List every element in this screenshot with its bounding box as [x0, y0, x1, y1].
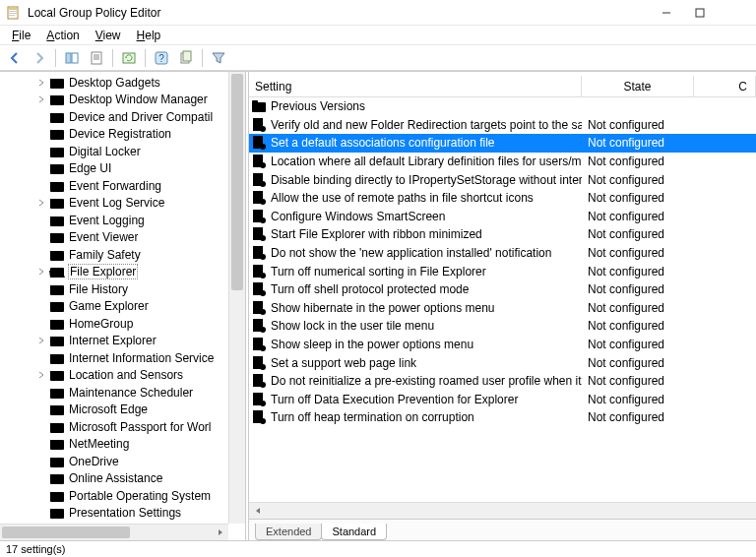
state-cell: Not configured [582, 227, 694, 241]
tree-item[interactable]: Family Safety [0, 246, 228, 264]
list-row[interactable]: Configure Windows SmartScreenNot configu… [249, 208, 756, 226]
export-list-button[interactable] [175, 47, 197, 69]
menu-help[interactable]: Help [129, 27, 169, 44]
setting-label: Show hibernate in the power options menu [271, 301, 494, 315]
tree-item[interactable]: Microsoft Edge [0, 402, 228, 419]
help-button[interactable]: ? [151, 47, 172, 69]
properties-button[interactable] [86, 47, 107, 69]
column-setting[interactable]: Setting [249, 76, 582, 96]
status-text: 17 setting(s) [6, 543, 66, 555]
expand-icon [35, 403, 47, 415]
list-row[interactable]: Location where all default Library defin… [249, 153, 756, 171]
tree-vertical-scrollbar[interactable] [228, 72, 245, 524]
list-row[interactable]: Show hibernate in the power options menu… [249, 299, 756, 318]
tree-item[interactable]: Device and Driver Compatil [0, 108, 228, 126]
refresh-button[interactable] [118, 47, 140, 69]
expand-icon [35, 128, 47, 140]
maximize-button[interactable] [683, 2, 717, 24]
tree-item[interactable]: Microsoft Passport for Worl [0, 418, 228, 436]
expand-icon[interactable] [35, 369, 47, 381]
list-row[interactable]: Set a support web page linkNot configure… [249, 353, 756, 372]
list-row[interactable]: Previous Versions [249, 97, 756, 116]
tree-item[interactable]: Desktop Gadgets [0, 74, 228, 92]
folder-icon [49, 402, 65, 416]
expand-icon[interactable] [35, 335, 47, 346]
list-row[interactable]: Turn off Data Execution Prevention for E… [249, 391, 756, 409]
setting-cell: Do not reinitialize a pre-existing roame… [251, 373, 582, 389]
list-row[interactable]: Set a default associations configuration… [249, 134, 756, 153]
tab-extended[interactable]: Extended [255, 524, 322, 540]
tree-item[interactable]: Presentation Settings [0, 505, 228, 523]
tree-item[interactable]: Event Logging [0, 212, 228, 229]
list-row[interactable]: Do not show the 'new application install… [249, 244, 756, 263]
svg-text:?: ? [158, 53, 164, 64]
scrollbar-thumb[interactable] [2, 526, 130, 538]
setting-cell: Turn off Data Execution Prevention for E… [251, 392, 582, 407]
policy-setting-icon [251, 318, 267, 334]
expand-icon[interactable] [35, 266, 47, 278]
forward-button[interactable] [29, 47, 50, 69]
list-pane: Setting State C Previous VersionsVerify … [249, 72, 756, 540]
toolbar-separator [55, 49, 56, 67]
filter-button[interactable] [208, 47, 229, 69]
menu-action[interactable]: Action [38, 27, 87, 44]
state-cell: Not configured [582, 210, 694, 223]
minimize-button[interactable] [650, 2, 683, 24]
list-row[interactable]: Allow the use of remote paths in file sh… [249, 189, 756, 208]
tree-item[interactable]: Location and Sensors [0, 367, 228, 385]
tab-standard[interactable]: Standard [321, 524, 387, 540]
list-row[interactable]: Turn off shell protocol protected modeNo… [249, 280, 756, 299]
list-row[interactable]: Start File Explorer with ribbon minimize… [249, 225, 756, 244]
svg-rect-6 [696, 9, 704, 17]
list-row[interactable]: Show lock in the user tile menuNot confi… [249, 317, 756, 336]
scrollbar-thumb[interactable] [231, 74, 243, 290]
scroll-right-icon[interactable] [212, 525, 228, 540]
list-row[interactable]: Disable binding directly to IPropertySet… [249, 170, 756, 189]
tree-item[interactable]: Event Log Service [0, 195, 228, 213]
tree-item[interactable]: OneDrive [0, 453, 228, 470]
setting-label: Turn off heap termination on corruption [271, 410, 474, 424]
list-horizontal-scrollbar[interactable] [249, 502, 756, 519]
expand-icon[interactable] [35, 197, 47, 209]
tree-item-label: Event Viewer [69, 230, 138, 244]
expand-icon [35, 472, 47, 484]
column-comment[interactable]: C [694, 76, 756, 96]
menu-file[interactable]: File [4, 27, 38, 44]
scroll-left-icon[interactable] [249, 503, 266, 519]
expand-icon[interactable] [35, 93, 47, 105]
tree-item[interactable]: Event Forwarding [0, 177, 228, 195]
tree-item[interactable]: Game Explorer [0, 298, 228, 316]
list-row[interactable]: Verify old and new Folder Redirection ta… [249, 116, 756, 135]
menu-view[interactable]: View [88, 27, 129, 44]
list-row[interactable]: Show sleep in the power options menuNot … [249, 336, 756, 354]
expand-icon [35, 146, 47, 157]
list-row[interactable]: Turn off numerical sorting in File Explo… [249, 262, 756, 280]
expand-icon[interactable] [35, 77, 47, 89]
tree-item[interactable]: Digital Locker [0, 143, 228, 160]
tree-item-label: Digital Locker [69, 145, 141, 158]
tree-item[interactable]: Internet Information Service [0, 349, 228, 367]
tree-item[interactable]: File Explorer [0, 264, 228, 281]
tree-horizontal-scrollbar[interactable] [0, 524, 228, 540]
tree-item[interactable]: Event Viewer [0, 229, 228, 247]
tree-item[interactable]: Desktop Window Manager [0, 92, 228, 109]
folder-icon [49, 334, 65, 347]
tree-item[interactable]: Edge UI [0, 160, 228, 178]
tree-item[interactable]: Device Registration [0, 126, 228, 144]
column-state[interactable]: State [582, 76, 694, 96]
tree-item[interactable]: File History [0, 280, 228, 298]
show-hide-tree-button[interactable] [61, 47, 83, 69]
folder-icon [49, 179, 65, 193]
list-row[interactable]: Turn off heap termination on corruptionN… [249, 408, 756, 427]
tree-item[interactable]: Maintenance Scheduler [0, 384, 228, 402]
tree-item[interactable]: Internet Explorer [0, 333, 228, 350]
tree-item[interactable]: Portable Operating System [0, 487, 228, 505]
tree-pane: Desktop GadgetsDesktop Window ManagerDev… [0, 72, 245, 540]
list-row[interactable]: Do not reinitialize a pre-existing roame… [249, 372, 756, 391]
tree-item[interactable]: Online Assistance [0, 470, 228, 488]
setting-cell: Allow the use of remote paths in file sh… [251, 190, 582, 206]
back-button[interactable] [4, 47, 26, 69]
tree-item[interactable]: NetMeeting [0, 436, 228, 454]
state-cell: Not configured [582, 246, 694, 260]
tree-item[interactable]: HomeGroup [0, 315, 228, 333]
